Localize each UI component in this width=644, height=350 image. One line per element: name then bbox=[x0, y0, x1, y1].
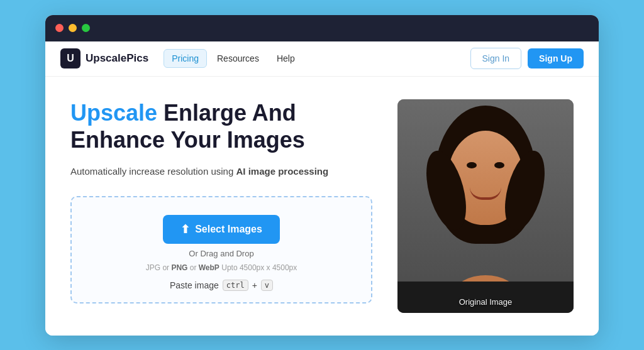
right-section: Original Image bbox=[397, 99, 574, 323]
signin-button[interactable]: Sign In bbox=[470, 48, 522, 69]
close-dot[interactable] bbox=[55, 24, 64, 32]
hero-subtitle-prefix: Automatically increase resolution using bbox=[70, 166, 236, 177]
main-content: Upscale Enlarge And Enhance Your Images … bbox=[45, 77, 599, 336]
hero-subtitle: Automatically increase resolution using … bbox=[70, 165, 372, 179]
paste-area: Paste image ctrl + v bbox=[170, 280, 273, 291]
nav-item-resources[interactable]: Resources bbox=[209, 50, 267, 67]
logo-icon: U bbox=[60, 48, 80, 68]
nav-item-help[interactable]: Help bbox=[269, 50, 303, 67]
nav-links: Pricing Resources Help bbox=[164, 49, 470, 68]
kbd-v: v bbox=[261, 280, 273, 291]
logo-text: UpscalePics bbox=[86, 52, 148, 65]
maximize-dot[interactable] bbox=[82, 24, 90, 32]
upload-box: ⬆ Select Images Or Drag and Drop JPG or … bbox=[70, 196, 372, 304]
left-section: Upscale Enlarge And Enhance Your Images … bbox=[70, 99, 372, 323]
nav-item-pricing[interactable]: Pricing bbox=[164, 49, 207, 68]
minimize-dot[interactable] bbox=[69, 24, 77, 32]
face-simulation bbox=[397, 99, 574, 313]
paste-label: Paste image bbox=[170, 280, 219, 290]
hero-subtitle-bold: AI image processing bbox=[236, 166, 328, 177]
hero-title-highlight: Upscale bbox=[70, 100, 157, 126]
kbd-ctrl: ctrl bbox=[223, 280, 248, 291]
image-preview: Original Image bbox=[397, 99, 574, 313]
file-types-text: JPG or PNG or WebP Upto 4500px x 4500px bbox=[146, 263, 297, 272]
hero-title: Upscale Enlarge And Enhance Your Images bbox=[70, 99, 372, 153]
select-images-label: Select Images bbox=[195, 224, 262, 235]
navbar: U UpscalePics Pricing Resources Help Sig… bbox=[45, 41, 599, 77]
select-images-button[interactable]: ⬆ Select Images bbox=[163, 215, 280, 244]
logo-area[interactable]: U UpscalePics bbox=[60, 48, 148, 68]
upload-icon: ⬆ bbox=[180, 222, 190, 236]
nav-actions: Sign In Sign Up bbox=[470, 48, 584, 69]
browser-window: U UpscalePics Pricing Resources Help Sig… bbox=[45, 15, 599, 336]
kbd-plus: + bbox=[252, 280, 257, 290]
titlebar bbox=[45, 15, 599, 41]
signup-button[interactable]: Sign Up bbox=[528, 48, 584, 68]
drag-drop-text: Or Drag and Drop bbox=[189, 249, 253, 258]
image-preview-label: Original Image bbox=[397, 297, 574, 307]
